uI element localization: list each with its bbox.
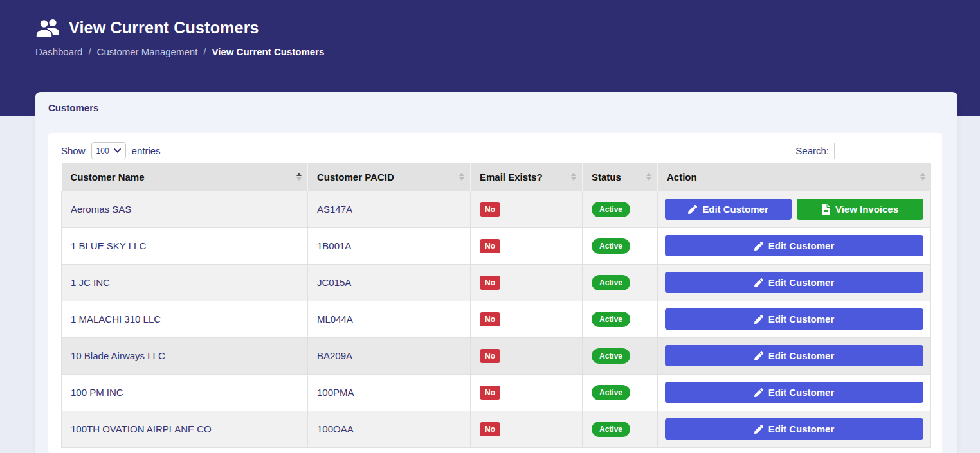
- status-cell: Active: [583, 191, 658, 227]
- page-size-select[interactable]: 100: [91, 142, 126, 159]
- sort-icon: [571, 173, 576, 181]
- status-badge: Active: [592, 422, 630, 437]
- status-badge: Active: [592, 275, 630, 290]
- customer-name-cell: Aeromas SAS: [62, 191, 308, 227]
- action-cell: Edit Customer: [658, 264, 931, 301]
- button-label: Edit Customer: [768, 423, 835, 434]
- customer-pacid-cell: BA209A: [308, 337, 471, 374]
- email-exists-badge: No: [480, 312, 500, 326]
- chevron-down-icon: [114, 148, 121, 153]
- email-exists-badge: No: [480, 386, 500, 400]
- column-header-customer-name[interactable]: Customer Name: [62, 163, 308, 191]
- email-exists-cell: No: [471, 337, 583, 374]
- action-cell: Edit Customer: [658, 337, 931, 374]
- customer-name-cell: 1 BLUE SKY LLC: [62, 227, 308, 264]
- email-exists-badge: No: [480, 349, 500, 363]
- pencil-icon: [754, 351, 763, 360]
- status-badge: Active: [592, 238, 630, 254]
- email-exists-cell: No: [471, 227, 583, 264]
- customer-name-cell: 1 JC INC: [62, 264, 308, 301]
- sort-icon: [646, 173, 651, 181]
- pencil-icon: [754, 242, 763, 251]
- page-title: View Current Customers: [69, 19, 259, 37]
- table-row: 10 Blade Airways LLCBA209ANoActiveEdit C…: [62, 337, 931, 374]
- button-label: Edit Customer: [768, 387, 835, 398]
- status-cell: Active: [583, 227, 658, 264]
- file-invoice-icon: [822, 204, 830, 215]
- email-exists-badge: No: [480, 422, 500, 436]
- table-header-row: Customer Name Customer PACID Email Exist…: [62, 163, 931, 191]
- table-row: 100 PM INC100PMANoActiveEdit Customer: [62, 374, 931, 411]
- button-label: Edit Customer: [768, 240, 835, 251]
- status-badge: Active: [592, 385, 630, 400]
- customer-pacid-cell: JC015A: [308, 264, 471, 301]
- pencil-icon: [754, 278, 763, 287]
- table-row: 1 JC INCJC015ANoActiveEdit Customer: [62, 264, 931, 301]
- status-cell: Active: [583, 337, 658, 374]
- sort-icon: [920, 173, 925, 181]
- breadcrumb-separator: /: [88, 46, 91, 57]
- table-row: 1 BLUE SKY LLC1B001ANoActiveEdit Custome…: [62, 227, 931, 264]
- customer-name-cell: 100 PM INC: [62, 374, 308, 411]
- edit-customer-button[interactable]: Edit Customer: [665, 308, 923, 330]
- table-row: 1 MALACHI 310 LLCML044ANoActiveEdit Cust…: [62, 301, 931, 337]
- customers-table: Customer Name Customer PACID Email Exist…: [61, 163, 931, 448]
- customer-name-cell: 1 MALACHI 310 LLC: [62, 301, 308, 337]
- status-cell: Active: [583, 411, 658, 447]
- sort-icon: [459, 173, 464, 181]
- email-exists-cell: No: [471, 374, 583, 411]
- action-cell: Edit Customer: [658, 227, 931, 264]
- table-row: Aeromas SASAS147ANoActiveEdit CustomerVi…: [62, 191, 931, 227]
- customer-pacid-cell: ML044A: [308, 301, 471, 337]
- breadcrumb-current-page: View Current Customers: [212, 46, 324, 57]
- entries-label: entries: [132, 145, 161, 156]
- edit-customer-button[interactable]: Edit Customer: [665, 199, 792, 220]
- customer-name-cell: 10 Blade Airways LLC: [62, 337, 308, 374]
- email-exists-cell: No: [471, 411, 583, 447]
- customer-pacid-cell: AS147A: [308, 191, 471, 227]
- breadcrumb-dashboard[interactable]: Dashboard: [35, 46, 82, 57]
- edit-customer-button[interactable]: Edit Customer: [665, 345, 923, 366]
- email-exists-cell: No: [471, 264, 583, 301]
- action-cell: Edit Customer: [658, 411, 931, 447]
- action-cell: Edit CustomerView Invoices: [658, 191, 931, 227]
- customers-panel: Customers Show 100 entries Search:: [35, 92, 957, 453]
- view-invoices-button[interactable]: View Invoices: [797, 199, 923, 220]
- column-header-status[interactable]: Status: [583, 163, 658, 191]
- table-controls: Show 100 entries Search:: [61, 142, 930, 159]
- customer-pacid-cell: 100PMA: [308, 374, 471, 411]
- page-size-value: 100: [96, 147, 109, 155]
- customer-pacid-cell: 1B001A: [308, 227, 471, 264]
- status-badge: Active: [592, 312, 630, 327]
- sort-icon: [296, 173, 302, 181]
- edit-customer-button[interactable]: Edit Customer: [665, 235, 923, 256]
- edit-customer-button[interactable]: Edit Customer: [665, 272, 923, 293]
- breadcrumb-separator: /: [203, 46, 206, 57]
- column-header-email-exists[interactable]: Email Exists?: [471, 163, 583, 191]
- pencil-icon: [754, 315, 763, 324]
- users-icon: [35, 18, 60, 37]
- page-header: View Current Customers Dashboard / Custo…: [35, 18, 324, 57]
- status-badge: Active: [592, 202, 630, 217]
- breadcrumb-customer-management[interactable]: Customer Management: [97, 46, 198, 57]
- search-input[interactable]: [834, 143, 930, 159]
- button-label: Edit Customer: [702, 204, 768, 215]
- pencil-icon: [754, 425, 763, 434]
- pencil-icon: [688, 205, 697, 214]
- pencil-icon: [754, 388, 763, 397]
- search-label: Search:: [795, 145, 829, 156]
- show-label: Show: [61, 145, 86, 156]
- button-label: Edit Customer: [768, 350, 835, 361]
- email-exists-badge: No: [480, 202, 500, 217]
- email-exists-cell: No: [471, 191, 583, 227]
- edit-customer-button[interactable]: Edit Customer: [665, 382, 923, 403]
- status-badge: Active: [592, 348, 630, 364]
- datatable-card: Show 100 entries Search:: [48, 133, 942, 453]
- edit-customer-button[interactable]: Edit Customer: [665, 418, 923, 440]
- status-cell: Active: [583, 374, 658, 411]
- customer-table-body: Aeromas SASAS147ANoActiveEdit CustomerVi…: [62, 191, 931, 447]
- status-cell: Active: [583, 301, 658, 337]
- column-header-action[interactable]: Action: [658, 163, 931, 191]
- button-label: Edit Customer: [768, 277, 835, 288]
- column-header-customer-pacid[interactable]: Customer PACID: [308, 163, 471, 191]
